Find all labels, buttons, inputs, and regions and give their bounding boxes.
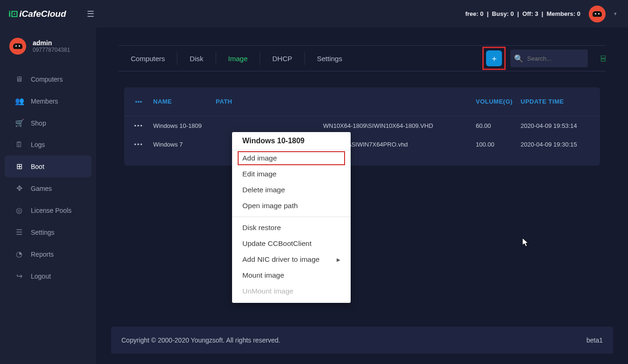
- sidebar-item-label: License Pools: [31, 207, 71, 214]
- chevron-down-icon[interactable]: ▾: [614, 11, 617, 17]
- tabs-row: Computers Disk Image DHCP Settings ＋ 🔍 ⌸: [119, 45, 606, 71]
- row-time: 2020-04-09 19:30:15: [521, 141, 600, 148]
- sidebar-item-logs[interactable]: 🗓Logs: [5, 134, 92, 155]
- tab-label: Settings: [317, 55, 342, 63]
- topbar-right: free: 0 | Busy: 0 | Off: 3 | Members: 0 …: [465, 6, 617, 22]
- images-table: ••• NAME PATH VOLUME(G) UPDATE TIME ••• …: [124, 87, 600, 166]
- sidebar-item-label: Logs: [31, 141, 45, 148]
- calendar-icon: 🗓: [15, 140, 23, 149]
- menu-item-unmount-image[interactable]: UnMount image: [232, 283, 351, 299]
- tab-label: Computers: [131, 55, 165, 63]
- menu-item-label: Disk restore: [242, 224, 281, 232]
- avatar[interactable]: [589, 6, 606, 22]
- avatar-icon: [13, 43, 22, 49]
- tab-dhcp[interactable]: DHCP: [260, 52, 305, 65]
- sidebar-item-games[interactable]: ✥Games: [5, 177, 92, 199]
- tab-computers[interactable]: Computers: [119, 52, 177, 65]
- menu-item-delete-image[interactable]: Delete image: [232, 182, 351, 198]
- plus-icon: ＋: [490, 53, 498, 64]
- sidebar-item-label: Members: [31, 98, 58, 105]
- row-actions-icon[interactable]: •••: [124, 122, 153, 129]
- network-icon[interactable]: ⌸: [601, 54, 606, 63]
- menu-item-label: UnMount image: [242, 287, 293, 295]
- status-off-value: 3: [535, 10, 538, 17]
- row-volume: 100.00: [476, 141, 521, 148]
- menu-item-label: Edit image: [242, 170, 276, 178]
- row-name: Windows 10-1809: [153, 122, 216, 129]
- status-free-value: 0: [480, 10, 483, 17]
- add-button[interactable]: ＋: [486, 50, 502, 66]
- sidebar-item-label: Logout: [31, 273, 51, 280]
- menu-item-open-image-path[interactable]: Open image path: [232, 198, 351, 214]
- sidebar-item-label: Boot: [31, 163, 44, 170]
- menu-separator: [232, 217, 351, 217]
- table-header: ••• NAME PATH VOLUME(G) UPDATE TIME: [124, 87, 600, 116]
- footer: Copyright © 2000-2020 Youngzsoft. All ri…: [111, 327, 613, 354]
- column-path[interactable]: PATH: [216, 98, 476, 105]
- column-actions[interactable]: •••: [124, 98, 153, 105]
- monitor-icon: 🖥: [15, 75, 23, 84]
- sidebar-item-members[interactable]: 👥Members: [5, 90, 92, 112]
- table-row[interactable]: ••• Windows 10-1809 WN10X64-1809\SIWIN10…: [124, 116, 600, 135]
- logo-mark-icon: i⊡: [8, 8, 18, 19]
- nav: 🖥Computers 👥Members 🛒Shop 🗓Logs ⊞Boot ✥G…: [0, 69, 96, 287]
- tab-settings[interactable]: Settings: [305, 52, 354, 65]
- sidebar-item-label: Games: [31, 185, 52, 192]
- sidebar-item-label: Reports: [31, 251, 54, 258]
- sidebar-item-logout[interactable]: ↪Logout: [5, 265, 92, 287]
- sidebar-item-reports[interactable]: ◔Reports: [5, 243, 92, 265]
- menu-item-mount-image[interactable]: Mount image: [232, 267, 351, 283]
- search-icon[interactable]: 🔍: [510, 54, 527, 63]
- sidebar-item-settings[interactable]: ☰Settings: [5, 221, 92, 243]
- menu-toggle-icon[interactable]: ☰: [87, 9, 94, 19]
- sidebar-item-computers[interactable]: 🖥Computers: [5, 69, 92, 90]
- row-path: WN10X64-1809\SIWIN10X64-1809.VHD: [216, 122, 476, 129]
- sidebar-item-shop[interactable]: 🛒Shop: [5, 112, 92, 134]
- main: Computers Disk Image DHCP Settings ＋ 🔍 ⌸…: [96, 28, 628, 364]
- copyright: Copyright © 2000-2020 Youngzsoft. All ri…: [121, 336, 280, 344]
- column-name[interactable]: NAME: [153, 98, 216, 105]
- table-row[interactable]: ••• Windows 7 mpressed\SIWIN7X64PRO.vhd …: [124, 135, 600, 154]
- user-avatar: [9, 38, 26, 55]
- column-volume[interactable]: VOLUME(G): [476, 98, 521, 105]
- badge-icon: ◎: [15, 206, 23, 215]
- chevron-right-icon: ▶: [337, 257, 340, 262]
- sidebar-item-label: Computers: [31, 76, 63, 83]
- menu-item-disk-restore[interactable]: Disk restore: [232, 220, 351, 236]
- tabs-actions: ＋ 🔍 ⌸: [482, 47, 606, 70]
- status-members-label: Members:: [547, 10, 575, 17]
- status-busy-label: Busy:: [492, 10, 509, 17]
- menu-item-update-ccboot[interactable]: Update CCBootClient: [232, 236, 351, 252]
- menu-item-label: Open image path: [242, 202, 298, 210]
- settings-icon: ☰: [15, 228, 23, 237]
- context-menu: Windows 10-1809 Add image Edit image Del…: [232, 132, 351, 303]
- svg-marker-0: [522, 238, 528, 246]
- topbar-left: i⊡ iCafeCloud ☰: [8, 8, 94, 19]
- user-id: 097778704381: [33, 47, 70, 53]
- people-icon: 👥: [15, 97, 23, 105]
- menu-item-add-nic-driver[interactable]: Add NIC driver to image▶: [232, 252, 351, 267]
- row-actions-icon[interactable]: •••: [124, 141, 153, 148]
- controller-icon: ✥: [15, 184, 23, 193]
- brand-logo[interactable]: i⊡ iCafeCloud: [8, 8, 66, 19]
- tab-label: Image: [228, 55, 248, 63]
- avatar-icon: [593, 11, 602, 17]
- menu-item-edit-image[interactable]: Edit image: [232, 166, 351, 182]
- sidebar-item-license-pools[interactable]: ◎License Pools: [5, 199, 92, 221]
- status-summary: free: 0 | Busy: 0 | Off: 3 | Members: 0: [465, 10, 580, 17]
- status-off-label: Off:: [522, 10, 533, 17]
- search-input[interactable]: [527, 55, 588, 62]
- status-members-value: 0: [577, 10, 580, 17]
- user-name: admin: [33, 39, 70, 47]
- menu-item-add-image[interactable]: Add image: [238, 151, 345, 165]
- cursor-icon: [522, 238, 530, 247]
- sidebar-item-boot[interactable]: ⊞Boot: [5, 155, 92, 177]
- column-update-time[interactable]: UPDATE TIME: [521, 98, 600, 105]
- cart-icon: 🛒: [15, 119, 23, 127]
- row-time: 2020-04-09 19:53:14: [521, 122, 600, 129]
- tab-label: DHCP: [272, 55, 292, 63]
- tab-disk[interactable]: Disk: [177, 52, 216, 65]
- tab-image[interactable]: Image: [216, 52, 261, 65]
- add-button-highlight: ＋: [482, 47, 506, 70]
- row-volume: 60.00: [476, 122, 521, 129]
